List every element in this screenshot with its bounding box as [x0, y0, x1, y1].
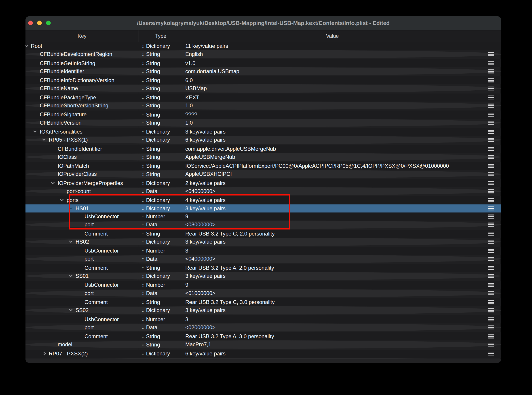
row-type-popup[interactable]: ↕String — [142, 110, 160, 119]
table-row[interactable]: UsbConnector↕Number3 — [26, 247, 501, 255]
table-row[interactable]: IOProviderMergeProperties↕Dictionary2 ke… — [26, 179, 501, 187]
row-type-popup[interactable]: ↕Number — [142, 281, 165, 289]
row-type-popup[interactable]: ↕String — [142, 153, 160, 161]
row-type-popup[interactable]: ↕String — [142, 332, 160, 340]
table-row[interactable]: SS02↕Dictionary3 key/value pairs — [26, 306, 501, 314]
row-type-popup[interactable]: ↕String — [142, 264, 160, 272]
table-row[interactable]: model↕StringMacPro7,1 — [26, 340, 501, 348]
column-header-type[interactable]: Type — [139, 30, 183, 42]
row-drag-handle-icon[interactable] — [488, 257, 494, 261]
row-drag-handle-icon[interactable] — [488, 274, 494, 278]
chevron-down-icon[interactable] — [26, 44, 28, 47]
table-row[interactable]: Comment↕StringRear USB 3.2 Type C, 2.0 p… — [26, 230, 501, 238]
row-drag-handle-icon[interactable] — [488, 240, 494, 244]
row-drag-handle-icon[interactable] — [488, 113, 494, 117]
chevron-down-icon[interactable] — [69, 274, 73, 277]
row-type-popup[interactable]: ↕Dictionary — [142, 179, 170, 187]
row-drag-handle-icon[interactable] — [488, 95, 494, 99]
table-row[interactable]: port-count↕Data<04000000> — [26, 187, 501, 195]
row-drag-handle-icon[interactable] — [488, 214, 494, 219]
row-type-popup[interactable]: ↕Data — [142, 187, 157, 195]
column-header-key[interactable]: Key — [26, 30, 139, 42]
table-row[interactable]: IOKitPersonalities↕Dictionary3 key/value… — [26, 128, 501, 136]
table-row[interactable]: Comment↕StringRear USB 3.2 Type C, 3.0 p… — [26, 298, 501, 306]
row-type-popup[interactable]: ↕String — [142, 76, 160, 84]
table-row[interactable]: port↕Data<04000000> — [26, 255, 501, 263]
table-row[interactable]: port↕Data<02000000> — [26, 324, 501, 331]
table-row[interactable]: Root↕Dictionary11 key/value pairs — [26, 42, 501, 50]
row-type-popup[interactable]: ↕String — [142, 84, 160, 92]
table-row[interactable]: IOClass↕StringAppleUSBMergeNub — [26, 153, 501, 161]
table-row[interactable]: Comment↕StringRear USB 3.2 Type A, 3.0 p… — [26, 332, 501, 340]
table-row[interactable]: IOProviderClass↕StringAppleUSBXHCIPCI — [26, 170, 501, 178]
row-type-popup[interactable]: ↕String — [142, 59, 160, 67]
row-type-popup[interactable]: ↕Data — [142, 289, 157, 297]
table-row[interactable]: CFBundleIdentifier↕Stringcom.apple.drive… — [26, 145, 501, 153]
row-drag-handle-icon[interactable] — [488, 317, 494, 321]
row-type-popup[interactable]: ↕String — [142, 119, 160, 127]
table-row[interactable]: UsbConnector↕Number9 — [26, 281, 501, 289]
row-type-popup[interactable]: ↕String — [142, 93, 160, 102]
row-type-popup[interactable]: ↕Data — [142, 255, 157, 263]
row-drag-handle-icon[interactable] — [488, 266, 494, 270]
chevron-down-icon[interactable] — [60, 198, 64, 201]
row-drag-handle-icon[interactable] — [488, 343, 494, 347]
table-row[interactable]: CFBundleIdentifier↕Stringcom.dortania.US… — [26, 67, 501, 75]
table-row[interactable]: UsbConnector↕Number3 — [26, 315, 501, 324]
row-type-popup[interactable]: ↕Dictionary — [142, 204, 170, 213]
row-drag-handle-icon[interactable] — [488, 223, 494, 227]
row-drag-handle-icon[interactable] — [488, 352, 494, 356]
row-drag-handle-icon[interactable] — [488, 232, 494, 236]
row-type-popup[interactable]: ↕Dictionary — [142, 350, 170, 358]
row-drag-handle-icon[interactable] — [488, 61, 494, 65]
row-drag-handle-icon[interactable] — [488, 291, 494, 295]
row-drag-handle-icon[interactable] — [488, 138, 494, 142]
row-drag-handle-icon[interactable] — [488, 69, 494, 73]
row-drag-handle-icon[interactable] — [488, 121, 494, 125]
row-type-popup[interactable]: ↕Dictionary — [142, 42, 170, 50]
chevron-right-icon[interactable] — [42, 352, 46, 355]
row-drag-handle-icon[interactable] — [488, 198, 494, 203]
row-type-popup[interactable]: ↕Dictionary — [142, 128, 170, 136]
table-row[interactable]: CFBundleName↕StringUSBMap — [26, 84, 501, 92]
table-row[interactable]: CFBundleInfoDictionaryVersion↕String6.0 — [26, 76, 501, 84]
chevron-down-icon[interactable] — [69, 239, 73, 243]
row-type-popup[interactable]: ↕Dictionary — [142, 272, 170, 280]
row-drag-handle-icon[interactable] — [488, 189, 494, 193]
row-type-popup[interactable]: ↕Dictionary — [142, 306, 170, 314]
row-type-popup[interactable]: ↕String — [142, 230, 160, 238]
table-row[interactable]: IOPathMatch↕StringIOService:/AppleACPIPl… — [26, 162, 501, 170]
chevron-down-icon[interactable] — [69, 206, 73, 209]
row-type-popup[interactable]: ↕String — [142, 340, 160, 348]
row-drag-handle-icon[interactable] — [488, 104, 494, 108]
table-row[interactable]: HS02↕Dictionary3 key/value pairs — [26, 238, 501, 246]
chevron-down-icon[interactable] — [51, 181, 55, 184]
row-drag-handle-icon[interactable] — [488, 172, 494, 176]
window-titlebar[interactable]: /Users/mykolagrymalyuk/Desktop/USB-Mappi… — [26, 16, 501, 30]
table-row[interactable]: CFBundleShortVersionString↕String1.0 — [26, 102, 501, 110]
row-type-popup[interactable]: ↕Dictionary — [142, 196, 170, 204]
row-drag-handle-icon[interactable] — [488, 87, 494, 91]
table-row[interactable]: CFBundleSignature↕String???? — [26, 110, 501, 119]
row-type-popup[interactable]: ↕Dictionary — [142, 136, 170, 144]
table-row[interactable]: Comment↕StringRear USB 3.2 Type A, 2.0 p… — [26, 264, 501, 272]
row-type-popup[interactable]: ↕String — [142, 162, 160, 170]
table-row[interactable]: CFBundlePackageType↕StringKEXT — [26, 93, 501, 102]
row-drag-handle-icon[interactable] — [488, 147, 494, 151]
table-row[interactable]: SS01↕Dictionary3 key/value pairs — [26, 272, 501, 280]
table-row[interactable]: CFBundleVersion↕String1.0 — [26, 119, 501, 127]
table-row[interactable]: RP05 - PXSX(1)↕Dictionary6 key/value pai… — [26, 136, 501, 144]
row-type-popup[interactable]: ↕String — [142, 102, 160, 110]
row-drag-handle-icon[interactable] — [488, 78, 494, 82]
chevron-down-icon[interactable] — [69, 308, 73, 311]
table-row[interactable]: CFBundleDevelopmentRegion↕StringEnglish — [26, 50, 501, 58]
table-row[interactable]: ports↕Dictionary4 key/value pairs — [26, 196, 501, 204]
row-drag-handle-icon[interactable] — [488, 283, 494, 287]
row-drag-handle-icon[interactable] — [488, 308, 494, 313]
row-type-popup[interactable]: ↕String — [142, 145, 160, 153]
row-type-popup[interactable]: ↕Data — [142, 324, 157, 331]
row-drag-handle-icon[interactable] — [488, 334, 494, 338]
row-type-popup[interactable]: ↕Number — [142, 315, 165, 324]
row-type-popup[interactable]: ↕Number — [142, 213, 165, 220]
chevron-down-icon[interactable] — [33, 129, 37, 133]
